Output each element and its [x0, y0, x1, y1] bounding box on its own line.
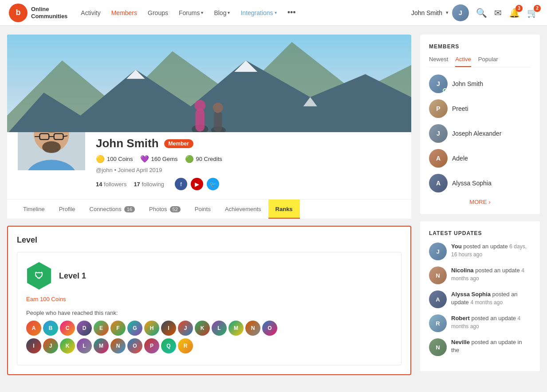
update-text-robert: Robert posted an update 4 months ago: [451, 314, 531, 330]
tab-newest[interactable]: Newest: [429, 56, 448, 67]
following-link[interactable]: 17 following: [134, 181, 164, 188]
credit-icon: 🟢: [185, 155, 194, 163]
member-name-adele: Adele: [452, 155, 468, 162]
level-section-title: Level: [17, 235, 401, 245]
members-more-link[interactable]: MORE ›: [429, 199, 531, 205]
level-name: Level 1: [59, 271, 86, 281]
messages-icon[interactable]: ✉: [494, 8, 502, 18]
profile-header: John Smith Member 🟡 100 Coins 💜 160 Gems: [7, 35, 411, 219]
cart-icon[interactable]: 🛒 2: [527, 8, 538, 18]
members-title: MEMBERS: [429, 43, 531, 50]
notifications-badge: 3: [516, 5, 523, 12]
rank-avatars-row1: ABCDEFGHIJKLMNO: [26, 321, 392, 336]
update-text-you: You posted an update 6 days, 16 hours ag…: [451, 243, 531, 259]
updates-card: LATEST UPDATES J You posted an update 6 …: [420, 221, 540, 371]
svg-rect-7: [195, 109, 205, 132]
user-menu[interactable]: John Smith ▾ J: [411, 4, 469, 21]
cover-photo: [7, 35, 411, 132]
tab-timeline[interactable]: Timeline: [16, 200, 52, 219]
rank-avatar-item: I: [26, 338, 41, 353]
nav-more-dots[interactable]: •••: [287, 8, 296, 17]
update-item: A Alyssa Sophia posted an update 4 month…: [429, 290, 531, 308]
update-item: R Robert posted an update 4 months ago: [429, 314, 531, 332]
photos-count: 52: [170, 206, 181, 212]
gems-stat: 💜 160 Gems: [140, 155, 178, 163]
nav-activity[interactable]: Activity: [81, 9, 100, 16]
level-card: 🛡 Level 1 Earn 100 Coins People who have…: [17, 252, 401, 365]
rank-avatar-item: M: [94, 338, 109, 353]
rank-avatar-item: L: [77, 338, 92, 353]
nav-members[interactable]: Members: [111, 9, 137, 16]
tab-points[interactable]: Points: [188, 200, 218, 219]
social-row: 14 followers 17 following f ▶ 🐦: [96, 178, 402, 190]
twitter-icon[interactable]: 🐦: [207, 178, 219, 190]
rank-avatar-item: N: [110, 338, 126, 353]
connections-count: 16: [124, 206, 135, 212]
main-nav: Activity Members Groups Forums ▾ Blog ▾ …: [81, 8, 411, 17]
nav-groups[interactable]: Groups: [148, 9, 168, 16]
level-description: Earn 100 Coins: [26, 296, 392, 302]
tab-connections[interactable]: Connections 16: [83, 200, 142, 219]
nav-forums[interactable]: Forums ▾: [179, 9, 203, 16]
brand-logo[interactable]: b Online Communities: [9, 4, 67, 22]
member-name-alyssa: Alyssa Sophia: [452, 180, 492, 187]
rank-avatar-item: E: [94, 321, 109, 336]
tab-popular[interactable]: Popular: [478, 56, 498, 67]
member-filter-tabs: Newest Active Popular: [429, 56, 531, 67]
update-avatar-alyssa: A: [429, 290, 447, 308]
profile-name: John Smith: [96, 137, 159, 150]
member-item[interactable]: A Adele: [429, 149, 531, 168]
level-header: 🛡 Level 1: [26, 261, 392, 290]
social-icons: f ▶ 🐦: [175, 178, 219, 190]
user-chevron: ▾: [446, 10, 449, 16]
rank-avatar-item: Q: [161, 338, 176, 353]
tab-active[interactable]: Active: [455, 56, 471, 67]
rank-label: People who have reached this rank:: [26, 310, 392, 316]
followers-link[interactable]: 14 followers: [96, 181, 126, 188]
members-card: MEMBERS Newest Active Popular J John Smi…: [420, 35, 540, 214]
update-item: N Neville posted an update in the: [429, 338, 531, 356]
member-item[interactable]: P Preeti: [429, 99, 531, 118]
update-avatar-nicolina: N: [429, 267, 447, 284]
rank-avatar-item: D: [77, 321, 92, 336]
member-item[interactable]: J Joseph Alexander: [429, 124, 531, 143]
update-text-alyssa: Alyssa Sophia posted an update 4 months …: [451, 290, 531, 306]
nav-integrations[interactable]: Integrations ▾: [240, 9, 276, 16]
rank-avatar-item: O: [262, 321, 277, 336]
tab-ranks[interactable]: Ranks: [268, 200, 300, 219]
rank-avatar-item: G: [127, 321, 142, 336]
cover-svg: [7, 35, 411, 132]
tab-achievements[interactable]: Achievements: [218, 200, 268, 219]
page-layout: John Smith Member 🟡 100 Coins 💜 160 Gems: [0, 26, 547, 387]
blog-chevron: ▾: [228, 10, 230, 15]
member-item[interactable]: J John Smith: [429, 74, 531, 93]
member-avatar-adele: A: [429, 149, 448, 168]
rank-avatar-item: C: [60, 321, 75, 336]
search-icon[interactable]: 🔍: [476, 8, 487, 18]
gems-value: 160 Gems: [151, 156, 178, 162]
gem-icon: 💜: [140, 155, 149, 163]
member-name-preeti: Preeti: [452, 105, 468, 112]
nav-blog[interactable]: Blog ▾: [214, 9, 230, 16]
svg-point-17: [42, 141, 61, 153]
level-section: Level 🛡 Level 1 Earn 100 Coins People wh…: [7, 226, 411, 375]
member-avatar-preeti: P: [429, 99, 448, 118]
member-item[interactable]: A Alyssa Sophia: [429, 174, 531, 192]
tab-photos[interactable]: Photos 52: [142, 200, 188, 219]
rank-avatar-item: M: [228, 321, 244, 336]
youtube-icon[interactable]: ▶: [191, 178, 203, 190]
facebook-icon[interactable]: f: [175, 178, 187, 190]
notifications-icon[interactable]: 🔔 3: [509, 8, 520, 18]
member-avatar-joseph: J: [429, 124, 448, 143]
rank-avatar-item: B: [43, 321, 58, 336]
integrations-chevron: ▾: [275, 10, 277, 15]
main-content: John Smith Member 🟡 100 Coins 💜 160 Gems: [7, 35, 411, 378]
tab-profile[interactable]: Profile: [52, 200, 83, 219]
rank-avatar-item: O: [127, 338, 142, 353]
rank-avatar-item: N: [245, 321, 260, 336]
rank-avatar-item: J: [178, 321, 193, 336]
updates-title: LATEST UPDATES: [429, 230, 531, 236]
svg-rect-10: [214, 111, 222, 132]
svg-rect-23: [39, 164, 64, 172]
update-avatar-robert: R: [429, 314, 447, 332]
